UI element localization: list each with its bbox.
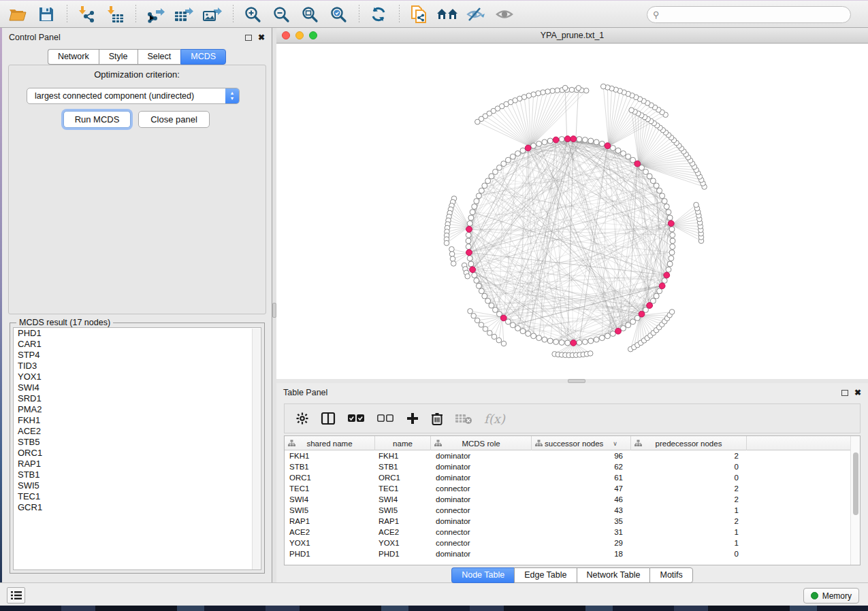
graph-node[interactable] <box>650 178 656 184</box>
graph-node[interactable] <box>470 210 475 215</box>
cell-role[interactable]: dominator <box>431 463 532 471</box>
graph-node[interactable] <box>487 331 493 336</box>
cell-shared_name[interactable]: PHD1 <box>285 550 375 558</box>
mcds-node[interactable] <box>659 283 665 289</box>
graph-node[interactable] <box>547 338 553 344</box>
graph-node[interactable] <box>501 341 507 346</box>
cell-name[interactable]: RAP1 <box>375 517 431 525</box>
cell-successors[interactable]: 43 <box>532 506 631 514</box>
export-network-icon[interactable] <box>144 4 166 24</box>
cell-name[interactable]: YOX1 <box>375 539 431 547</box>
cell-predecessors[interactable]: 2 <box>631 517 747 525</box>
graph-node[interactable] <box>483 327 488 332</box>
graph-node[interactable] <box>450 257 455 262</box>
cell-successors[interactable]: 61 <box>532 474 631 482</box>
search-input[interactable] <box>647 6 851 23</box>
cell-role[interactable]: dominator <box>431 517 532 525</box>
first-neighbors-icon[interactable] <box>436 4 458 24</box>
column-header-predecessor-nodes[interactable]: predecessor nodes <box>631 436 747 450</box>
graph-node[interactable] <box>542 337 547 342</box>
graph-node[interactable] <box>475 318 480 323</box>
graph-node[interactable] <box>577 340 582 345</box>
graph-node[interactable] <box>545 89 551 95</box>
cell-role[interactable]: dominator <box>431 495 532 503</box>
graph-node[interactable] <box>583 88 589 93</box>
graph-node[interactable] <box>471 313 477 318</box>
mcds-result-item[interactable]: YOX1 <box>14 371 261 382</box>
mcds-result-item[interactable]: ORC1 <box>14 448 261 459</box>
graph-node[interactable] <box>669 256 674 261</box>
graph-node[interactable] <box>610 331 615 336</box>
mcds-node[interactable] <box>668 220 674 227</box>
tab-node-table[interactable]: Node Table <box>451 567 514 583</box>
cell-shared_name[interactable]: SWI5 <box>285 506 375 514</box>
cell-shared_name[interactable]: SWI4 <box>285 495 375 503</box>
graph-node[interactable] <box>472 272 477 278</box>
tab-mcds[interactable]: MCDS <box>180 49 226 65</box>
graph-node[interactable] <box>669 227 675 232</box>
show-all-icon[interactable] <box>494 4 515 24</box>
export-table-icon[interactable] <box>173 4 195 24</box>
cell-name[interactable]: SWI5 <box>375 506 431 514</box>
graph-node[interactable] <box>444 240 449 246</box>
graph-node[interactable] <box>569 87 575 93</box>
cell-successors[interactable]: 62 <box>532 463 631 471</box>
graph-node[interactable] <box>541 90 546 95</box>
float-window-icon[interactable] <box>245 35 252 41</box>
network-window-titlebar[interactable]: YPA_prune.txt_1 <box>276 28 868 44</box>
graph-node[interactable] <box>594 337 599 342</box>
graph-node[interactable] <box>479 288 484 294</box>
graph-node[interactable] <box>670 232 675 237</box>
graph-node[interactable] <box>669 250 675 255</box>
cell-predecessors[interactable]: 0 <box>631 463 747 471</box>
add-column-icon[interactable] <box>406 412 419 425</box>
open-file-icon[interactable] <box>7 4 29 24</box>
graph-node[interactable] <box>449 252 455 257</box>
cell-name[interactable]: ORC1 <box>375 474 431 482</box>
graph-node[interactable] <box>588 138 594 144</box>
cell-role[interactable]: connector <box>431 539 532 547</box>
graph-node[interactable] <box>472 204 477 210</box>
mcds-node[interactable] <box>570 340 577 346</box>
graph-node[interactable] <box>588 351 593 357</box>
cell-role[interactable]: dominator <box>431 550 532 558</box>
graph-node[interactable] <box>599 335 605 341</box>
cell-predecessors[interactable]: 2 <box>631 484 747 493</box>
graph-node[interactable] <box>520 329 526 334</box>
graph-node[interactable] <box>515 151 521 156</box>
mcds-node[interactable] <box>634 161 641 167</box>
result-list-scrollbar[interactable] <box>252 329 260 570</box>
zoom-in-icon[interactable] <box>242 4 263 24</box>
mcds-node[interactable] <box>647 303 653 309</box>
criterion-select[interactable]: largest connected component (undirected)… <box>27 88 240 104</box>
cell-shared_name[interactable]: RAP1 <box>285 517 375 525</box>
graph-node[interactable] <box>670 244 675 250</box>
graph-node[interactable] <box>662 278 667 283</box>
mcds-result-item[interactable]: STP4 <box>14 350 261 361</box>
graph-node[interactable] <box>667 261 673 267</box>
graph-node[interactable] <box>547 138 553 144</box>
mcds-node[interactable] <box>470 267 476 273</box>
mcds-node[interactable] <box>639 311 645 317</box>
mcds-node[interactable] <box>564 136 570 142</box>
cell-predecessors[interactable]: 2 <box>631 452 747 460</box>
graph-node[interactable] <box>526 331 531 336</box>
graph-node[interactable] <box>520 148 526 153</box>
cell-successors[interactable]: 29 <box>532 539 631 547</box>
column-header-MCDS-role[interactable]: MCDS role <box>431 436 532 450</box>
table-row[interactable]: ACE2ACE2connector311 <box>285 527 860 538</box>
graph-node[interactable] <box>536 141 542 146</box>
cell-predecessors[interactable]: 2 <box>631 495 747 503</box>
table-row[interactable]: SWI4SWI4dominator462 <box>285 494 860 505</box>
cell-role[interactable]: dominator <box>431 452 532 460</box>
cell-shared_name[interactable]: STB1 <box>285 463 375 471</box>
zoom-fit-icon[interactable] <box>299 4 321 24</box>
cell-name[interactable]: FKH1 <box>375 452 431 460</box>
column-header-shared-name[interactable]: shared name <box>285 436 375 450</box>
table-row[interactable]: TEC1TEC1connector472 <box>285 483 860 494</box>
mcds-result-item[interactable]: STB5 <box>14 437 261 448</box>
graph-node[interactable] <box>620 151 626 156</box>
graph-node[interactable] <box>536 90 541 96</box>
graph-node[interactable] <box>542 139 547 145</box>
table-scrollbar[interactable] <box>850 436 860 565</box>
